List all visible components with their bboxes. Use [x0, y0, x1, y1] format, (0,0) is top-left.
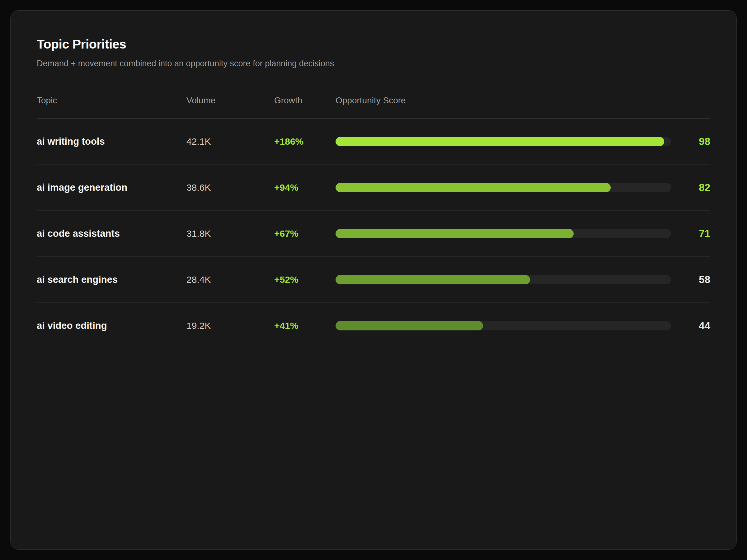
- topic-cell: ai search engines: [37, 274, 186, 285]
- opportunity-bar-fill: [336, 321, 483, 330]
- score-value: 82: [671, 182, 710, 193]
- opportunity-bar-track: [336, 183, 671, 192]
- table-row: ai code assistants 31.8K +67% 71: [37, 211, 710, 257]
- table-row: ai search engines 28.4K +52% 58: [37, 257, 710, 303]
- growth-cell: +94%: [274, 182, 336, 193]
- opportunity-bar-fill: [336, 137, 664, 146]
- score-value: 71: [671, 228, 710, 240]
- score-value: 44: [671, 320, 710, 331]
- page-subtitle: Demand + movement combined into an oppor…: [37, 58, 710, 69]
- growth-cell: +52%: [274, 274, 336, 285]
- opportunity-bar-track: [336, 137, 671, 146]
- table-row: ai image generation 38.6K +94% 82: [37, 165, 710, 211]
- topic-cell: ai video editing: [37, 320, 186, 331]
- volume-cell: 38.6K: [186, 182, 274, 193]
- volume-cell: 42.1K: [186, 136, 274, 147]
- score-value: 58: [671, 274, 710, 286]
- column-header-opportunity-score: Opportunity Score: [336, 95, 671, 106]
- opportunity-bar-track: [336, 321, 671, 330]
- opportunity-bar-track: [336, 229, 671, 238]
- growth-cell: +186%: [274, 136, 336, 147]
- table-row: ai writing tools 42.1K +186% 98: [37, 118, 710, 165]
- growth-cell: +41%: [274, 320, 336, 331]
- column-header-growth: Growth: [274, 95, 336, 106]
- table-row: ai video editing 19.2K +41% 44: [37, 303, 710, 349]
- volume-cell: 31.8K: [186, 229, 274, 239]
- opportunity-bar-track: [336, 275, 671, 284]
- opportunity-bar-fill: [336, 275, 530, 284]
- opportunity-bar-fill: [336, 183, 611, 192]
- column-header-volume: Volume: [186, 95, 274, 106]
- table-header: Topic Volume Growth Opportunity Score: [37, 95, 710, 118]
- topic-priorities-card: Topic Priorities Demand + movement combi…: [10, 10, 737, 550]
- score-value: 98: [671, 136, 710, 148]
- opportunity-bar-fill: [336, 229, 574, 238]
- page-title: Topic Priorities: [37, 37, 710, 52]
- volume-cell: 19.2K: [186, 320, 274, 331]
- topic-cell: ai image generation: [37, 182, 186, 193]
- column-header-topic: Topic: [37, 95, 186, 106]
- volume-cell: 28.4K: [186, 274, 274, 285]
- topic-cell: ai code assistants: [37, 228, 186, 239]
- growth-cell: +67%: [274, 229, 336, 239]
- topic-cell: ai writing tools: [37, 136, 186, 147]
